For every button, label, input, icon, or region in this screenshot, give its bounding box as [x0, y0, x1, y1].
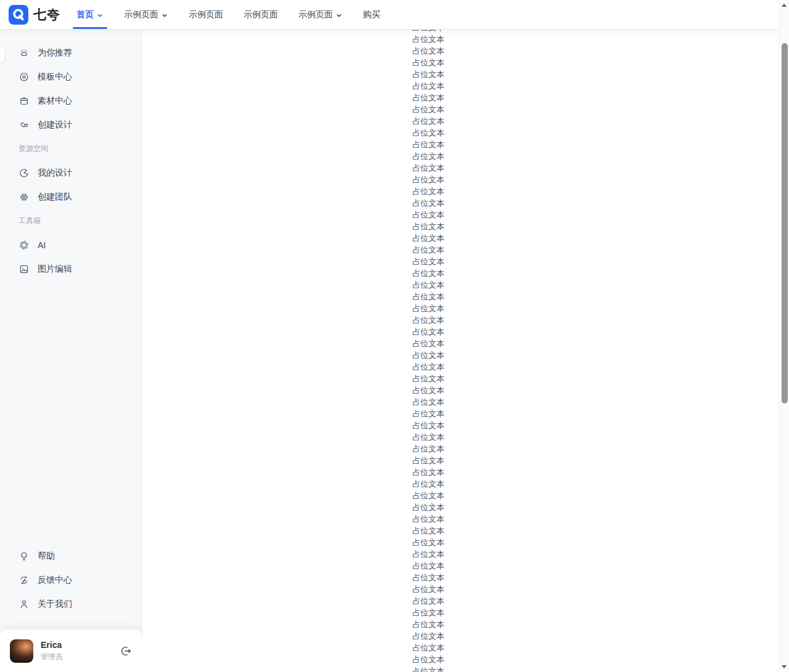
sidebar-item-label: 反馈中心 — [38, 575, 72, 586]
feedback-icon — [18, 575, 30, 586]
placeholder-text-row: 占位文本 — [142, 209, 714, 221]
nav-item-label: 首页 — [76, 9, 94, 20]
placeholder-text-row: 占位文本 — [142, 560, 714, 572]
placeholder-text-row: 占位文本 — [142, 572, 714, 583]
basket-icon — [18, 95, 30, 107]
scroll-down-arrow-icon — [782, 665, 787, 668]
placeholder-text-row: 占位文本 — [142, 267, 714, 279]
brand-logo-icon — [9, 5, 28, 25]
logout-icon[interactable] — [120, 645, 132, 657]
sidebar-item-label: AI — [38, 240, 46, 250]
sidebar-item-my-designs[interactable]: 我的设计 — [0, 161, 141, 185]
placeholder-text-row: 占位文本 — [142, 443, 714, 455]
placeholder-text-row: 占位文本 — [142, 536, 714, 548]
placeholder-text-row: 占位文本 — [142, 291, 714, 302]
placeholder-text-row: 占位文本 — [142, 396, 714, 408]
placeholder-text-row: 占位文本 — [142, 583, 714, 595]
nav-item-example-4[interactable]: 示例页面 — [297, 0, 344, 29]
placeholder-text-row: 占位文本 — [142, 197, 714, 209]
sidebar-nav: 为你推荐 模板中心 素材中心 — [0, 30, 141, 281]
sidebar-item-feedback-center[interactable]: 反馈中心 — [0, 568, 141, 592]
sidebar-item-about-us[interactable]: 关于我们 — [0, 592, 141, 616]
placeholder-text-row: 占位文本 — [142, 127, 714, 139]
placeholder-text-row: 占位文本 — [142, 68, 714, 80]
nav-item-label: 示例页面 — [189, 9, 223, 20]
user-role: 管理员 — [41, 652, 112, 662]
sidebar-footer: 帮助 反馈中心 关于我们 — [0, 544, 141, 616]
placeholder-text-row: 占位文本 — [142, 57, 714, 68]
placeholder-text-row: 占位文本 — [142, 80, 714, 92]
lightbulb-icon — [18, 551, 30, 562]
placeholder-text-row: 占位文本 — [142, 361, 714, 373]
nav-item-example-2[interactable]: 示例页面 — [187, 0, 224, 29]
disc-icon — [18, 71, 30, 83]
user-meta: Erica 管理员 — [41, 640, 112, 662]
paw-icon — [18, 47, 30, 59]
placeholder-text-row: 占位文本 — [142, 525, 714, 536]
scrollbar[interactable] — [779, 0, 789, 672]
placeholder-text-row: 占位文本 — [142, 501, 714, 513]
brand[interactable]: 七夸 — [9, 5, 60, 25]
placeholder-text-row: 占位文本 — [142, 103, 714, 115]
placeholder-text-row: 占位文本 — [142, 490, 714, 501]
placeholder-text-row: 占位文本 — [142, 162, 714, 174]
placeholder-text-row: 占位文本 — [142, 150, 714, 162]
sidebar-item-create-design[interactable]: 创建设计 — [0, 113, 141, 137]
scrollbar-up-button[interactable] — [779, 0, 789, 10]
placeholder-text-row: 占位文本 — [142, 595, 714, 607]
sidebar-item-label: 关于我们 — [38, 599, 72, 610]
person-icon — [18, 599, 30, 610]
sidebar-item-create-team[interactable]: 创建团队 — [0, 185, 141, 209]
scrollbar-thumb[interactable] — [782, 43, 788, 403]
sidebar: 为你推荐 模板中心 素材中心 — [0, 30, 142, 672]
sidebar-item-label: 素材中心 — [38, 95, 72, 107]
placeholder-text-row: 占位文本 — [142, 455, 714, 466]
user-name: Erica — [41, 640, 112, 650]
placeholder-text-row: 占位文本 — [142, 665, 714, 672]
placeholder-text-row: 占位文本 — [142, 431, 714, 443]
placeholder-text-row: 占位文本 — [142, 256, 714, 267]
placeholder-text-row: 占位文本 — [142, 314, 714, 326]
placeholder-text-row: 占位文本 — [142, 384, 714, 396]
placeholder-text-row: 占位文本 — [142, 33, 714, 45]
placeholder-text-row: 占位文本 — [142, 642, 714, 654]
placeholder-text-row: 占位文本 — [142, 174, 714, 185]
pie-icon — [18, 168, 30, 179]
sidebar-item-image-editor[interactable]: 图片编辑 — [0, 257, 141, 281]
nav-item-label: 示例页面 — [298, 9, 333, 20]
placeholder-text-row: 占位文本 — [142, 618, 714, 630]
sidebar-item-asset-center[interactable]: 素材中心 — [0, 89, 141, 113]
sidebar-item-recommended[interactable]: 为你推荐 — [0, 41, 141, 65]
scrollbar-down-button[interactable] — [779, 662, 789, 672]
hearts-icon — [18, 119, 30, 131]
user-card[interactable]: Erica 管理员 — [0, 629, 142, 672]
sidebar-item-ai[interactable]: AI — [0, 233, 141, 257]
placeholder-text-row: 占位文本 — [142, 244, 714, 256]
placeholder-text-row: 占位文本 — [142, 654, 714, 665]
placeholder-text-row: 占位文本 — [142, 279, 714, 291]
sidebar-item-label: 创建团队 — [38, 192, 72, 203]
nav-item-example-3[interactable]: 示例页面 — [242, 0, 279, 29]
placeholder-text-row: 占位文本 — [142, 139, 714, 150]
nav-item-example-1[interactable]: 示例页面 — [123, 0, 170, 29]
sidebar-item-label: 模板中心 — [38, 71, 72, 83]
sidebar-section-toolbox: 工具箱 — [0, 209, 141, 233]
sidebar-item-help[interactable]: 帮助 — [0, 544, 141, 568]
placeholder-text-row: 占位文本 — [142, 548, 714, 560]
placeholder-text-row: 占位文本 — [142, 408, 714, 419]
ai-swirl-icon — [18, 240, 30, 251]
brand-name: 七夸 — [33, 6, 60, 23]
sidebar-section-resources: 资源空间 — [0, 137, 141, 161]
placeholder-text-row: 占位文本 — [142, 373, 714, 384]
sidebar-item-template-center[interactable]: 模板中心 — [0, 65, 141, 89]
avatar — [10, 639, 33, 663]
placeholder-text-row: 占位文本 — [142, 513, 714, 525]
placeholder-text-row: 占位文本 — [142, 630, 714, 642]
nav-item-buy[interactable]: 购买 — [362, 0, 382, 29]
nav-item-label: 购买 — [363, 9, 380, 20]
placeholder-text-row: 占位文本 — [142, 466, 714, 478]
sidebar-item-label: 我的设计 — [38, 168, 72, 179]
placeholder-text-row: 占位文本 — [142, 478, 714, 490]
nav-item-home[interactable]: 首页 — [75, 0, 105, 29]
placeholder-text-row: 占位文本 — [142, 338, 714, 349]
